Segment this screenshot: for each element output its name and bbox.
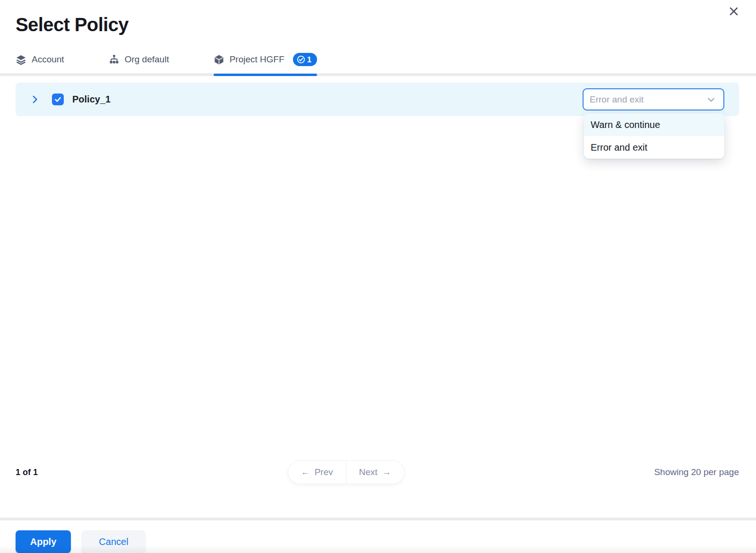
policy-row[interactable]: Policy_1 Error and exit Warn & continue … [16,83,739,116]
arrow-left-icon: ← [301,467,310,477]
tab-bar: Account Org default Proje [0,53,756,76]
next-label: Next [359,467,378,477]
dropdown-option-warn-continue[interactable]: Warn & continue [584,113,724,136]
layers-icon [16,54,26,65]
modal-footer: Apply Cancel [0,518,756,553]
policy-name: Policy_1 [72,94,111,105]
tab-label: Org default [125,54,169,65]
cube-icon [214,54,224,65]
next-page-button[interactable]: Next → [346,461,404,484]
select-policy-modal: Select Policy Account [0,0,756,553]
tab-label: Account [32,54,64,65]
dropdown-option-error-exit[interactable]: Error and exit [584,136,724,159]
page-info: 1 of 1 [16,468,38,477]
page-title: Select Policy [0,0,756,35]
tab-org-default[interactable]: Org default [109,53,169,73]
tab-account[interactable]: Account [16,53,64,73]
badge-count: 1 [307,56,311,64]
pagination-bar: 1 of 1 ← Prev Next → Showing 20 per page [0,461,756,484]
policy-checkbox[interactable] [52,94,64,105]
per-page-info: Showing 20 per page [654,467,739,477]
chevron-right-icon [30,94,40,104]
arrow-right-icon: → [382,467,391,477]
check-icon [54,95,62,103]
close-button[interactable] [727,5,740,18]
policy-list: Policy_1 Error and exit Warn & continue … [0,76,756,461]
selected-count-badge: 1 [293,53,317,66]
expand-row-button[interactable] [30,94,40,104]
prev-page-button[interactable]: ← Prev [288,461,346,484]
tab-label: Project HGFF [230,54,284,65]
check-circle-icon [297,55,305,64]
chevron-down-icon [706,95,716,104]
policy-action-select[interactable]: Error and exit [583,88,724,111]
org-chart-icon [109,54,120,65]
pager: ← Prev Next → [288,461,404,484]
policy-action-dropdown-menu: Warn & continue Error and exit [584,113,724,159]
apply-button[interactable]: Apply [16,530,71,553]
close-icon [728,6,739,17]
tab-project-hgff[interactable]: Project HGFF 1 [214,53,318,73]
select-value: Error and exit [590,94,644,105]
prev-label: Prev [315,467,333,477]
cancel-button[interactable]: Cancel [82,530,146,553]
